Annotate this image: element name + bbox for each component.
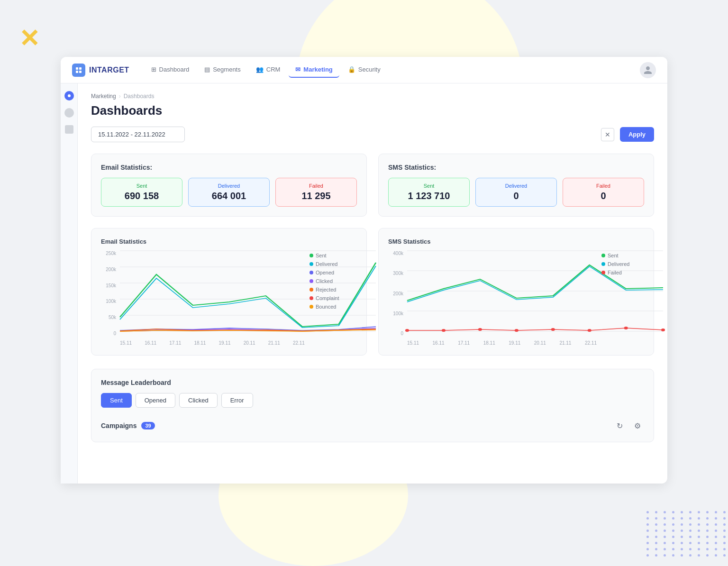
- blob-bottom-right-decoration: [646, 511, 728, 557]
- sidebar-strip: [61, 83, 78, 484]
- campaigns-label: Campaigns: [101, 422, 136, 429]
- nav-item-crm[interactable]: 👥 CRM: [249, 62, 287, 78]
- legend-bounced: Bounced: [309, 304, 357, 310]
- legend-rejected: Rejected: [309, 287, 357, 292]
- sms-delivered-value: 0: [482, 191, 550, 201]
- leaderboard-section: Message Leaderboard Sent Opened Clicked …: [91, 369, 654, 442]
- date-range-input[interactable]: [91, 127, 185, 142]
- svg-point-19: [515, 329, 519, 332]
- leaderboard-tabs: Sent Opened Clicked Error: [101, 393, 644, 408]
- email-failed-card: Failed 11 295: [275, 178, 357, 207]
- breadcrumb-parent[interactable]: Marketing: [91, 93, 116, 100]
- svg-rect-2: [76, 71, 78, 73]
- segments-icon: ▤: [204, 66, 210, 73]
- tab-error[interactable]: Error: [221, 393, 253, 408]
- campaigns-header: Campaigns 39 ↻ ⚙: [101, 415, 644, 432]
- refresh-button[interactable]: ↻: [613, 419, 626, 432]
- svg-rect-3: [79, 71, 82, 73]
- charts-grid: Email Statistics 250k 200k 150k 100k 50k…: [91, 228, 654, 356]
- email-chart-title: Email Statistics: [101, 238, 357, 245]
- sms-sent-card: Sent 1 123 710: [388, 178, 470, 207]
- email-chart-area: 250k 200k 150k 100k 50k 0: [101, 251, 357, 346]
- breadcrumb: Marketing › Dashboards: [91, 93, 654, 100]
- filter-row: ✕ Apply: [91, 127, 654, 142]
- sms-sent-value: 1 123 710: [395, 191, 463, 201]
- sms-delivered-card: Delivered 0: [475, 178, 557, 207]
- campaigns-actions: ↻ ⚙: [613, 419, 644, 432]
- app-container: INTARGET ⊞ Dashboard ▤ Segments 👥 CRM ✉ …: [61, 57, 667, 484]
- tab-sent[interactable]: Sent: [101, 393, 132, 408]
- email-sent-card: Sent 690 158: [101, 178, 182, 207]
- legend-complaint: Complaint: [309, 295, 357, 301]
- main-content: Marketing › Dashboards Dashboards ✕ Appl…: [78, 83, 667, 484]
- svg-point-20: [551, 328, 555, 331]
- nav-item-segments[interactable]: ▤ Segments: [198, 62, 247, 78]
- sms-chart-area: 400k 300k 200k 100k 0: [388, 251, 644, 346]
- sidebar-dot-active[interactable]: [64, 91, 74, 100]
- sms-failed-card: Failed 0: [563, 178, 644, 207]
- email-failed-value: 11 295: [282, 191, 350, 201]
- sms-legend-failed: Failed: [601, 270, 644, 275]
- user-avatar[interactable]: [640, 62, 656, 78]
- logo-text: INTARGET: [89, 66, 129, 74]
- settings-button[interactable]: ⚙: [631, 419, 644, 432]
- marketing-icon: ✉: [295, 66, 300, 73]
- email-chart-section: Email Statistics 250k 200k 150k 100k 50k…: [91, 228, 367, 356]
- sms-chart-title: SMS Statistics: [388, 238, 644, 245]
- legend-delivered: Delivered: [309, 261, 357, 267]
- email-chart-legend: Sent Delivered Opened Clicked Rejected C…: [309, 251, 357, 346]
- security-icon: 🔒: [348, 66, 355, 73]
- sms-stats-title: SMS Statistics:: [388, 164, 644, 171]
- sms-stats-section: SMS Statistics: Sent 1 123 710 Delivered…: [378, 154, 654, 217]
- svg-point-22: [624, 327, 628, 329]
- email-sent-label: Sent: [108, 183, 175, 189]
- breadcrumb-separator: ›: [119, 93, 121, 100]
- svg-point-16: [405, 329, 409, 332]
- sms-failed-value: 0: [570, 191, 637, 201]
- crm-icon: 👥: [256, 66, 264, 73]
- topnav: INTARGET ⊞ Dashboard ▤ Segments 👥 CRM ✉ …: [61, 57, 667, 83]
- sms-chart-legend: Sent Delivered Failed: [601, 251, 644, 275]
- email-stats-title: Email Statistics:: [101, 164, 357, 171]
- stats-grid: Email Statistics: Sent 690 158 Delivered…: [91, 154, 654, 217]
- layout: Marketing › Dashboards Dashboards ✕ Appl…: [61, 83, 667, 484]
- sidebar-dot-inactive-1[interactable]: [64, 108, 74, 118]
- nav-items: ⊞ Dashboard ▤ Segments 👥 CRM ✉ Marketing…: [145, 62, 640, 78]
- tab-opened[interactable]: Opened: [136, 393, 175, 408]
- svg-point-4: [68, 94, 71, 97]
- legend-opened: Opened: [309, 270, 357, 275]
- sms-failed-label: Failed: [570, 183, 637, 189]
- close-x-icon[interactable]: ✕: [19, 26, 40, 51]
- logo: INTARGET: [72, 64, 129, 77]
- email-failed-label: Failed: [282, 183, 350, 189]
- breadcrumb-current: Dashboards: [124, 93, 155, 100]
- apply-button[interactable]: Apply: [620, 127, 654, 142]
- email-delivered-label: Delivered: [195, 183, 263, 189]
- email-stats-cards: Sent 690 158 Delivered 664 001 Failed 11…: [101, 178, 357, 207]
- nav-item-security[interactable]: 🔒 Security: [341, 62, 387, 78]
- page-title: Dashboards: [91, 103, 654, 118]
- svg-point-21: [588, 329, 592, 332]
- email-sent-value: 690 158: [108, 191, 175, 201]
- sidebar-grid-icon[interactable]: [65, 125, 73, 134]
- email-stats-section: Email Statistics: Sent 690 158 Delivered…: [91, 154, 367, 217]
- close-filter-button[interactable]: ✕: [601, 128, 614, 141]
- svg-rect-0: [76, 67, 78, 70]
- tab-clicked[interactable]: Clicked: [179, 393, 218, 408]
- legend-sent: Sent: [309, 253, 357, 258]
- leaderboard-title: Message Leaderboard: [101, 379, 644, 386]
- logo-icon: [72, 64, 85, 77]
- sms-legend-sent: Sent: [601, 253, 644, 258]
- sms-delivered-label: Delivered: [482, 183, 550, 189]
- svg-point-17: [442, 329, 446, 332]
- legend-clicked: Clicked: [309, 278, 357, 284]
- svg-point-18: [478, 328, 482, 331]
- campaigns-badge: 39: [141, 422, 155, 429]
- svg-rect-1: [79, 67, 82, 70]
- dashboard-icon: ⊞: [151, 66, 156, 73]
- sms-chart-section: SMS Statistics 400k 300k 200k 100k 0: [378, 228, 654, 356]
- nav-item-marketing[interactable]: ✉ Marketing: [289, 62, 339, 78]
- sms-stats-cards: Sent 1 123 710 Delivered 0 Failed 0: [388, 178, 644, 207]
- sms-sent-label: Sent: [395, 183, 463, 189]
- nav-item-dashboard[interactable]: ⊞ Dashboard: [145, 62, 196, 78]
